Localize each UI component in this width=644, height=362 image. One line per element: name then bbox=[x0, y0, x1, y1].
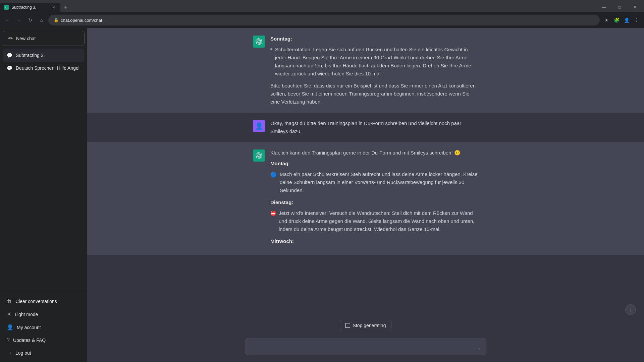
day-label-mittwoch: Mittwoch: bbox=[270, 237, 478, 245]
blue-circle-icon: 🔵 bbox=[270, 171, 277, 179]
day-label-dienstag: Dienstag: bbox=[270, 198, 478, 206]
new-chat-label: New chat bbox=[16, 36, 36, 41]
chat-main-wrapper: Sonntag: Schulterrotation: Legen Sie sic… bbox=[87, 28, 644, 362]
window-controls: — □ ✕ bbox=[596, 3, 644, 12]
bullet-text-dienstag: Jetzt wird's intensiver! Versuch die Wan… bbox=[279, 209, 478, 233]
sidebar: ✏ New chat 💬 Subtracting 3. ✏ 🗑 💬 Deutsc… bbox=[0, 28, 87, 362]
tab-bar: C Subtracting 3. ✕ + — □ ✕ bbox=[0, 0, 644, 12]
day-label-sonntag: Sonntag: bbox=[270, 35, 478, 43]
message-inner-1: Sonntag: Schulterrotation: Legen Sie sic… bbox=[245, 35, 486, 106]
sun-icon: ☀ bbox=[7, 311, 11, 317]
assistant-avatar-3 bbox=[253, 149, 265, 162]
address-input[interactable]: 🔒 chat.openai.com/chat bbox=[48, 15, 600, 25]
user-message-text: Okay, magst du bitte den Trainingsplan i… bbox=[270, 119, 478, 135]
input-wrapper: ... bbox=[245, 338, 486, 357]
minimize-button[interactable]: — bbox=[596, 3, 612, 12]
tab-title: Subtracting 3. bbox=[11, 5, 48, 10]
disclaimer-text: Bitte beachten Sie, dass dies nur ein Be… bbox=[270, 82, 478, 106]
sidebar-item-subtracting[interactable]: 💬 Subtracting 3. ✏ 🗑 bbox=[3, 49, 85, 62]
stop-generating-button[interactable]: Stop generating bbox=[340, 320, 392, 331]
chat-list: 💬 Subtracting 3. ✏ 🗑 💬 Deutsch Sprechen:… bbox=[3, 49, 85, 292]
chat-item-label: Subtracting 3. bbox=[16, 53, 62, 58]
trash-icon: 🗑 bbox=[7, 298, 12, 304]
clear-conversations-label: Clear conversations bbox=[15, 299, 57, 304]
message-block-2: 👤 Okay, magst du bitte den Trainingsplan… bbox=[87, 113, 644, 142]
message-inner-3: Klar, ich kann den Trainingsplan gerne i… bbox=[245, 149, 486, 248]
stop-generating-area: Stop generating bbox=[87, 317, 644, 334]
assistant-intro: Klar, ich kann den Trainingsplan gerne i… bbox=[270, 149, 478, 157]
delete-chat-button[interactable]: 🗑 bbox=[74, 52, 80, 59]
bullet-item-dienstag: 📛 Jetzt wird's intensiver! Versuch die W… bbox=[270, 209, 478, 233]
assistant-avatar-1 bbox=[253, 36, 265, 48]
logout-label: Log out bbox=[15, 350, 31, 356]
message-block-1: Sonntag: Schulterrotation: Legen Sie sic… bbox=[87, 28, 644, 113]
reload-button[interactable]: ↻ bbox=[25, 15, 35, 25]
updates-faq-button[interactable]: ? Updates & FAQ bbox=[3, 334, 85, 347]
profile-icon[interactable]: 👤 bbox=[622, 15, 631, 25]
bullet-dot bbox=[270, 48, 272, 50]
light-mode-label: Light mode bbox=[15, 312, 38, 317]
toolbar-actions: ★ 🧩 👤 ⋮ bbox=[602, 15, 641, 25]
new-tab-button[interactable]: + bbox=[62, 3, 70, 11]
close-button[interactable]: ✕ bbox=[627, 3, 643, 12]
message-content-1: Sonntag: Schulterrotation: Legen Sie sic… bbox=[270, 35, 478, 106]
chat-icon: 💬 bbox=[7, 53, 12, 58]
bookmarks-icon[interactable]: ★ bbox=[602, 15, 611, 25]
stop-generating-label: Stop generating bbox=[353, 323, 386, 328]
day-label-montag: Montag: bbox=[270, 160, 478, 168]
help-icon: ? bbox=[7, 337, 10, 343]
bullet-item-montag: 🔵 Mach ein paar Schulterkreisen! Steh au… bbox=[270, 170, 478, 194]
message-content-3: Klar, ich kann den Trainingsplan gerne i… bbox=[270, 149, 478, 248]
user-avatar: 👤 bbox=[253, 120, 265, 132]
sidebar-item-deutsch[interactable]: 💬 Deutsch Sprechen: Hilfe Angel bbox=[3, 62, 85, 74]
new-chat-button[interactable]: ✏ New chat bbox=[3, 31, 85, 46]
address-text: chat.openai.com/chat bbox=[61, 18, 102, 23]
light-mode-button[interactable]: ☀ Light mode bbox=[3, 308, 85, 321]
message-block-3: Klar, ich kann den Trainingsplan gerne i… bbox=[87, 142, 644, 255]
my-account-label: My account bbox=[17, 325, 41, 330]
tab-close-button[interactable]: ✕ bbox=[51, 5, 56, 10]
active-tab[interactable]: C Subtracting 3. ✕ bbox=[0, 3, 60, 12]
input-area: ... bbox=[87, 334, 644, 362]
my-account-button[interactable]: 👤 My account bbox=[3, 321, 85, 334]
browser-chrome: C Subtracting 3. ✕ + — □ ✕ ← → ↻ ⌂ 🔒 cha… bbox=[0, 0, 644, 28]
input-indicator: ... bbox=[474, 344, 481, 351]
bullet-text-montag: Mach ein paar Schulterkreisen! Steh aufr… bbox=[280, 170, 478, 194]
chat-input[interactable] bbox=[245, 338, 486, 355]
stop-icon bbox=[345, 323, 350, 328]
edit-chat-button[interactable]: ✏ bbox=[66, 52, 72, 59]
new-chat-icon: ✏ bbox=[8, 35, 13, 42]
message-inner-2: 👤 Okay, magst du bitte den Trainingsplan… bbox=[245, 119, 486, 135]
more-icon[interactable]: ⋮ bbox=[632, 15, 641, 25]
bullet-item-schulterrotation: Schulterrotation: Legen Sie sich auf den… bbox=[270, 46, 478, 78]
address-bar: ← → ↻ ⌂ 🔒 chat.openai.com/chat ★ 🧩 👤 ⋮ bbox=[0, 12, 644, 28]
home-button[interactable]: ⌂ bbox=[37, 15, 46, 25]
bullet-text-schulterrotation: Schulterrotation: Legen Sie sich auf den… bbox=[275, 46, 478, 78]
updates-faq-label: Updates & FAQ bbox=[13, 338, 46, 343]
maximize-button[interactable]: □ bbox=[612, 3, 627, 12]
sidebar-bottom: 🗑 Clear conversations ☀ Light mode 👤 My … bbox=[3, 292, 85, 359]
message-content-2: Okay, magst du bitte den Trainingsplan i… bbox=[270, 119, 478, 135]
logout-button[interactable]: → Log out bbox=[3, 347, 85, 359]
chat-item-label-2: Deutsch Sprechen: Hilfe Angel bbox=[16, 65, 80, 71]
chat-icon-2: 💬 bbox=[7, 65, 12, 71]
security-lock-icon: 🔒 bbox=[54, 18, 59, 22]
back-button[interactable]: ← bbox=[3, 15, 12, 25]
chat-messages: Sonntag: Schulterrotation: Legen Sie sic… bbox=[87, 28, 644, 317]
app-container: ✏ New chat 💬 Subtracting 3. ✏ 🗑 💬 Deutsc… bbox=[0, 28, 644, 362]
extensions-icon[interactable]: 🧩 bbox=[612, 15, 621, 25]
account-icon: 👤 bbox=[7, 324, 13, 330]
scroll-down-button[interactable]: ↓ bbox=[625, 304, 636, 315]
clear-conversations-button[interactable]: 🗑 Clear conversations bbox=[3, 295, 85, 308]
address-input-inner: 🔒 chat.openai.com/chat bbox=[54, 18, 594, 23]
forward-button[interactable]: → bbox=[14, 15, 23, 25]
red-square-icon: 📛 bbox=[270, 209, 276, 217]
tab-favicon: C bbox=[4, 5, 9, 10]
chat-main: Sonntag: Schulterrotation: Legen Sie sic… bbox=[87, 28, 644, 362]
logout-icon: → bbox=[7, 350, 12, 356]
